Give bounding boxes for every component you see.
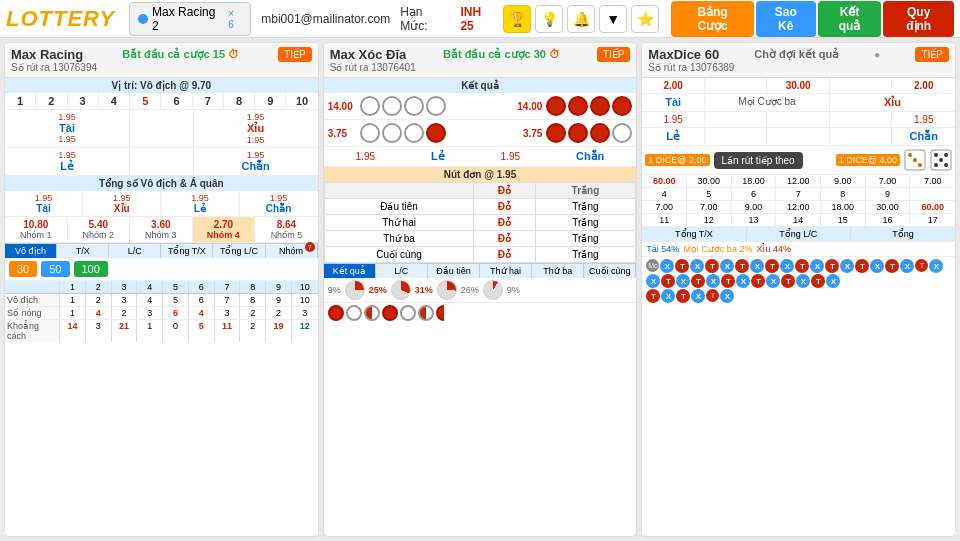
tab-tong-tx[interactable]: Tổng T/X bbox=[161, 244, 213, 258]
nut-trang-1[interactable]: Trắng bbox=[535, 199, 636, 215]
circle-r4 bbox=[612, 96, 632, 116]
icon-btn-4[interactable]: ▼ bbox=[599, 5, 627, 33]
tab-tong-lc[interactable]: Tổng L/C bbox=[213, 244, 265, 258]
icon-btn-1[interactable]: 🏆 bbox=[503, 5, 531, 33]
dice-le[interactable]: Lẻ bbox=[642, 128, 705, 145]
tai-xiu-section: 1.95 Tài 1.95 1.95 Xỉu 1.95 bbox=[5, 110, 318, 148]
num-4[interactable]: 4 bbox=[99, 93, 130, 109]
icon-btn-3[interactable]: 🔔 bbox=[567, 5, 595, 33]
vd-le[interactable]: 1.95 Lẻ bbox=[161, 191, 239, 216]
nav-sao-ke[interactable]: Sao Kê bbox=[756, 1, 816, 37]
tai-cell[interactable]: 1.95 Tài 1.95 bbox=[5, 110, 130, 147]
icon-btn-2[interactable]: 💡 bbox=[535, 5, 563, 33]
circle-r8 bbox=[590, 123, 610, 143]
panel2-subtitle: Số rút ra 13076401 bbox=[330, 62, 631, 73]
panel2-title: Max Xóc Đĩa bbox=[330, 47, 407, 62]
odds-tai-bot: 1.95 bbox=[7, 134, 127, 144]
tab-lc[interactable]: L/C bbox=[109, 244, 161, 258]
nut-trang-2[interactable]: Trắng bbox=[535, 215, 636, 231]
svg-point-2 bbox=[913, 158, 917, 162]
num-9[interactable]: 9 bbox=[255, 93, 286, 109]
nut-label-4[interactable]: Cuối cùng bbox=[324, 247, 474, 263]
nhom2[interactable]: 5.40 Nhóm 2 bbox=[68, 217, 131, 242]
num-10[interactable]: 10 bbox=[286, 93, 317, 109]
num-7[interactable]: 7 bbox=[193, 93, 224, 109]
vd-tai[interactable]: 1.95 Tài bbox=[5, 191, 83, 216]
dice-faces-row: 1 DICE@ 2.00 Lần rút tiếp theo 1 DICE@ 4… bbox=[642, 146, 955, 175]
num-1[interactable]: 1 bbox=[5, 93, 36, 109]
chan-cell[interactable]: 1.95 Chẵn bbox=[193, 148, 318, 175]
dice-chan[interactable]: Chẵn bbox=[892, 128, 955, 145]
tab-tx[interactable]: T/X bbox=[57, 244, 109, 258]
balls-row3: T X T X T X bbox=[646, 289, 951, 303]
num-8[interactable]: 8 bbox=[224, 93, 255, 109]
panel3-cho-doi: Chờ đợi kết quả bbox=[754, 48, 839, 61]
panel3-tiep-btn[interactable]: TIẾP bbox=[915, 47, 949, 62]
pct-moi: Mọi Cược ba 2% bbox=[683, 244, 752, 254]
nut-trang-4[interactable]: Trắng bbox=[535, 247, 636, 263]
pie-3 bbox=[437, 280, 457, 300]
num-3[interactable]: 3 bbox=[68, 93, 99, 109]
number-grid: 1 2 3 4 5 6 7 8 9 10 bbox=[5, 93, 318, 110]
vd-chan[interactable]: 1.95 Chẵn bbox=[240, 191, 318, 216]
svg-point-9 bbox=[939, 158, 943, 162]
num-6[interactable]: 6 bbox=[161, 93, 192, 109]
nut-trang-3[interactable]: Trắng bbox=[535, 231, 636, 247]
nut-label-1[interactable]: Đầu tiên bbox=[324, 199, 474, 215]
num-2[interactable]: 2 bbox=[36, 93, 67, 109]
data-header-row: 1 2 3 4 5 6 7 8 9 10 bbox=[5, 281, 318, 294]
num-5[interactable]: 5 bbox=[130, 93, 161, 109]
dice-xiu[interactable]: Xỉu bbox=[830, 94, 955, 111]
dice-tai[interactable]: Tài bbox=[642, 94, 705, 111]
nut-do-2[interactable]: Đỏ bbox=[474, 215, 535, 231]
dice-moi-cuoc[interactable]: Mọi Cược ba bbox=[705, 94, 830, 111]
dice-tai-xiu: Tài Mọi Cược ba Xỉu bbox=[642, 94, 955, 112]
tab-nhom[interactable]: Nhóm7 bbox=[266, 244, 318, 258]
btn-30[interactable]: 30 bbox=[9, 261, 37, 277]
nhom1[interactable]: 10.80 Nhóm 1 bbox=[5, 217, 68, 242]
nhom4[interactable]: 2.70 Nhóm 4 bbox=[193, 217, 256, 242]
tab2-lc[interactable]: L/C bbox=[376, 264, 428, 278]
nut-label-2[interactable]: Thứ hai bbox=[324, 215, 474, 231]
nav-ket-qua[interactable]: Kết quả bbox=[818, 1, 882, 37]
btn-100[interactable]: 100 bbox=[74, 261, 108, 277]
history-balls bbox=[324, 303, 637, 323]
xoc-row2: 3.75 3.75 bbox=[324, 120, 637, 147]
circle-w2 bbox=[382, 96, 402, 116]
xoc-circles-row1-left bbox=[360, 96, 446, 116]
vd-xiu[interactable]: 1.95 Xỉu bbox=[83, 191, 161, 216]
btn-50[interactable]: 50 bbox=[41, 261, 69, 277]
nut-do-4[interactable]: Đỏ bbox=[474, 247, 535, 263]
nav-quy-dinh[interactable]: Quy định bbox=[883, 1, 954, 37]
odds-tai-top: 1.95 bbox=[7, 112, 127, 122]
nut-row-3: Thứ ba Đỏ Trắng bbox=[324, 231, 636, 247]
le-cell[interactable]: 1.95 Lẻ bbox=[5, 148, 130, 175]
nut-table: Đỏ Trắng Đầu tiên Đỏ Trắng Thứ hai Đỏ Tr… bbox=[324, 182, 637, 263]
nut-do-3[interactable]: Đỏ bbox=[474, 231, 535, 247]
nav-bang-cuoc[interactable]: Bảng Cược bbox=[671, 1, 754, 37]
panel2-tabs: Kết quả L/C Đầu tiên Thứ hai Thứ ba Cuối… bbox=[324, 263, 637, 278]
nut-do-1[interactable]: Đỏ bbox=[474, 199, 535, 215]
tab2-thuhai[interactable]: Thứ hai bbox=[480, 264, 532, 278]
pct-xiu: Xỉu 44% bbox=[756, 244, 791, 254]
nhom3[interactable]: 3.60 Nhóm 3 bbox=[130, 217, 193, 242]
panel2-tiep-btn[interactable]: TIẾP bbox=[597, 47, 631, 62]
panel3-inner: 2.00 30.00 2.00 Tài Mọi Cược ba Xỉu 1.95… bbox=[642, 78, 955, 536]
nhom5[interactable]: 8.64 Nhóm 5 bbox=[255, 217, 318, 242]
xiu-cell[interactable]: 1.95 Xỉu 1.95 bbox=[193, 110, 318, 147]
tab2-thuba[interactable]: Thứ ba bbox=[532, 264, 584, 278]
tab2-dautien[interactable]: Đầu tiên bbox=[428, 264, 480, 278]
svg-point-5 bbox=[934, 153, 938, 157]
tab2-ketqua[interactable]: Kết quả bbox=[324, 264, 376, 278]
icon-btn-5[interactable]: ⭐ bbox=[631, 5, 659, 33]
game-tab[interactable]: Max Racing 2 × 6 bbox=[129, 2, 251, 36]
dice2-label: 1 DICE@ 4.00 bbox=[836, 154, 900, 166]
empty-cell bbox=[130, 110, 193, 147]
tai-label: Tài bbox=[7, 122, 127, 134]
panel1-tiep-btn[interactable]: TIẾP bbox=[278, 47, 312, 62]
nut-label-3[interactable]: Thứ ba bbox=[324, 231, 474, 247]
tab2-cuoicung[interactable]: Cuối cùng bbox=[584, 264, 636, 278]
app-header: LOTTERY Max Racing 2 × 6 mbi001@mailinat… bbox=[0, 0, 960, 38]
tab-vodich[interactable]: Vô địch bbox=[5, 244, 57, 258]
panel1-start-label: Bắt đầu cả cược 15 ⏱ bbox=[122, 48, 239, 61]
